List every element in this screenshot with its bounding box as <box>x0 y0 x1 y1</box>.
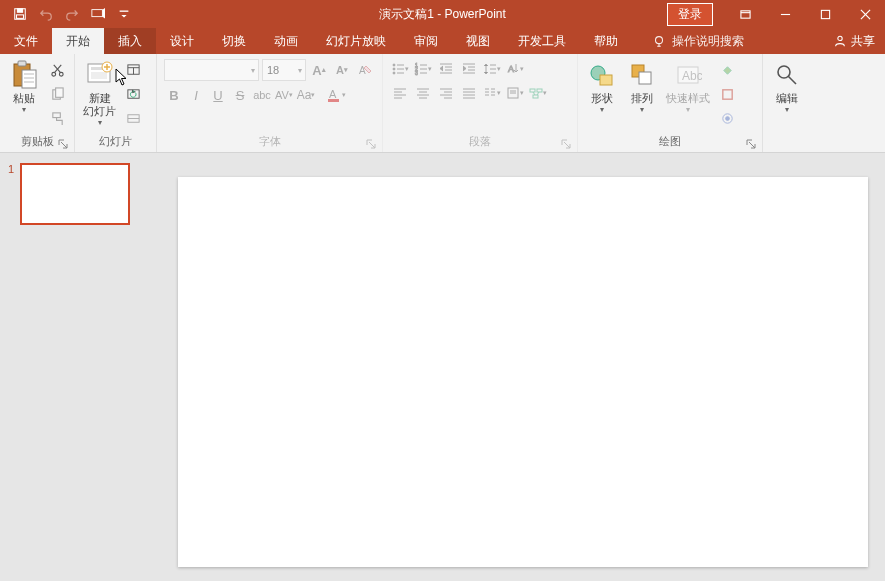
minimize-button[interactable] <box>765 0 805 28</box>
underline-button[interactable]: U <box>208 85 228 105</box>
change-case-button[interactable]: Aa▾ <box>296 85 316 105</box>
slide-editor-pane[interactable] <box>160 153 885 581</box>
quick-styles-button[interactable]: Abc 快速样式 ▾ <box>662 57 714 116</box>
bullets-button[interactable]: ▾ <box>390 59 410 79</box>
qat-customize-button[interactable] <box>112 2 136 26</box>
svg-rect-15 <box>18 61 26 66</box>
editing-label: 编辑 <box>776 92 798 105</box>
shape-outline-button[interactable] <box>716 83 738 105</box>
ribbon-display-options-button[interactable] <box>725 0 765 28</box>
decrease-indent-button[interactable] <box>436 59 456 79</box>
paste-button[interactable]: 粘贴 ▾ <box>4 57 44 116</box>
start-from-beginning-button[interactable] <box>86 2 110 26</box>
numbering-button[interactable]: 123▾ <box>413 59 433 79</box>
increase-font-button[interactable]: A▴ <box>309 60 329 80</box>
columns-button[interactable]: ▾ <box>482 83 502 103</box>
svg-line-22 <box>54 64 61 72</box>
smartart-button[interactable]: ▾ <box>528 83 548 103</box>
dialog-launcher-icon[interactable] <box>366 139 376 149</box>
character-spacing-button[interactable]: AV▾ <box>274 85 294 105</box>
clear-formatting-button[interactable]: A <box>355 60 375 80</box>
tab-help[interactable]: 帮助 <box>580 28 632 54</box>
align-left-button[interactable] <box>390 83 410 103</box>
tab-file[interactable]: 文件 <box>0 28 52 54</box>
shape-effects-button[interactable] <box>716 107 738 129</box>
svg-point-42 <box>393 68 395 70</box>
editing-button[interactable]: 编辑 ▾ <box>767 57 807 116</box>
svg-rect-86 <box>508 88 518 98</box>
maximize-button[interactable] <box>805 0 845 28</box>
font-color-button[interactable]: A▾ <box>326 85 346 105</box>
tab-review[interactable]: 审阅 <box>400 28 452 54</box>
tab-animations[interactable]: 动画 <box>260 28 312 54</box>
font-name-combo[interactable]: ▾ <box>164 59 259 81</box>
align-center-button[interactable] <box>413 83 433 103</box>
save-button[interactable] <box>8 2 32 26</box>
format-painter-button[interactable] <box>46 107 68 129</box>
share-label: 共享 <box>851 33 875 50</box>
text-direction-button[interactable]: A▾ <box>505 59 525 79</box>
tab-view[interactable]: 视图 <box>452 28 504 54</box>
login-button[interactable]: 登录 <box>667 3 713 26</box>
font-size-combo[interactable]: 18▾ <box>262 59 306 81</box>
svg-rect-1 <box>17 9 22 13</box>
svg-point-40 <box>393 64 395 66</box>
dialog-launcher-icon[interactable] <box>746 139 756 149</box>
new-slide-button[interactable]: 新建 幻灯片 ▾ <box>79 57 120 129</box>
slide-thumbnail-pane[interactable]: 1 <box>0 153 160 581</box>
window-title: 演示文稿1 - PowerPoint <box>379 6 506 23</box>
arrange-button[interactable]: 排列 ▾ <box>622 57 662 116</box>
thumbnail-preview[interactable] <box>20 163 130 225</box>
line-spacing-button[interactable]: ▾ <box>482 59 502 79</box>
tab-transitions[interactable]: 切换 <box>208 28 260 54</box>
close-button[interactable] <box>845 0 885 28</box>
caret-down-icon: ▾ <box>22 105 26 114</box>
slide-canvas[interactable] <box>178 177 868 567</box>
italic-button[interactable]: I <box>186 85 206 105</box>
tab-home[interactable]: 开始 <box>52 28 104 54</box>
share-button[interactable]: 共享 <box>833 33 875 50</box>
ribbon: 粘贴 ▾ 剪贴板 新建 幻灯片 ▾ 幻 <box>0 54 885 153</box>
align-text-button[interactable]: ▾ <box>505 83 525 103</box>
shapes-label: 形状 <box>591 92 613 105</box>
group-editing: 编辑 ▾ <box>763 54 811 152</box>
text-shadow-button[interactable]: abc <box>252 85 272 105</box>
tab-design[interactable]: 设计 <box>156 28 208 54</box>
layout-button[interactable] <box>122 59 144 81</box>
tab-insert[interactable]: 插入 <box>104 28 156 54</box>
paste-label: 粘贴 <box>13 92 35 105</box>
decrease-font-button[interactable]: A▾ <box>332 60 352 80</box>
strikethrough-button[interactable]: S <box>230 85 250 105</box>
quick-access-toolbar <box>0 2 136 26</box>
tab-developer[interactable]: 开发工具 <box>504 28 580 54</box>
shape-fill-button[interactable] <box>716 59 738 81</box>
svg-rect-35 <box>127 114 138 122</box>
svg-rect-89 <box>530 89 535 92</box>
caret-down-icon: ▾ <box>785 105 789 114</box>
tab-slideshow[interactable]: 幻灯片放映 <box>312 28 400 54</box>
bold-button[interactable]: B <box>164 85 184 105</box>
svg-point-13 <box>838 36 842 40</box>
svg-rect-24 <box>52 89 60 98</box>
tell-me-search[interactable]: 操作说明搜索 <box>652 28 744 54</box>
align-right-button[interactable] <box>436 83 456 103</box>
svg-rect-91 <box>533 95 538 98</box>
dialog-launcher-icon[interactable] <box>58 139 68 149</box>
group-clipboard: 粘贴 ▾ 剪贴板 <box>0 54 75 152</box>
svg-rect-95 <box>639 72 651 84</box>
thumbnail-item[interactable]: 1 <box>8 163 152 225</box>
dialog-launcher-icon[interactable] <box>561 139 571 149</box>
redo-button[interactable] <box>60 2 84 26</box>
svg-text:A: A <box>508 64 514 74</box>
group-drawing: 形状 ▾ 排列 ▾ Abc 快速样式 ▾ 绘图 <box>578 54 763 152</box>
svg-text:2: 2 <box>415 66 418 72</box>
svg-line-23 <box>53 64 60 72</box>
increase-indent-button[interactable] <box>459 59 479 79</box>
cut-button[interactable] <box>46 59 68 81</box>
reset-button[interactable] <box>122 83 144 105</box>
copy-button[interactable] <box>46 83 68 105</box>
section-button[interactable] <box>122 107 144 129</box>
undo-button[interactable] <box>34 2 58 26</box>
justify-button[interactable] <box>459 83 479 103</box>
shapes-button[interactable]: 形状 ▾ <box>582 57 622 116</box>
